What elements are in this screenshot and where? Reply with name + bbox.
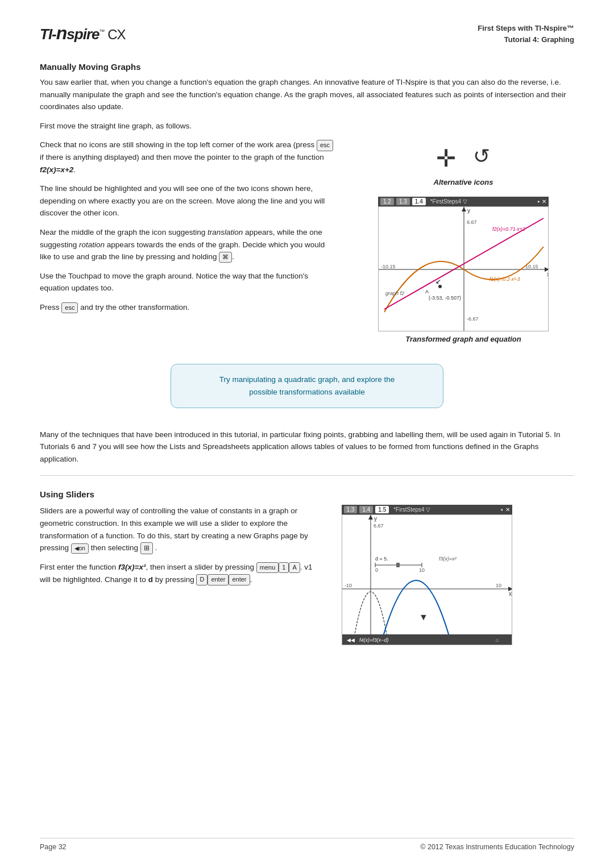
graph2-svg-container: y x 6.67 -10 10 d = 5. — [342, 514, 512, 645]
translation-word: translation — [208, 228, 243, 236]
graph2-toolbar: 1.3 1.4 1.5 *FirstSteps4 ▽ ▪ ✕ — [342, 505, 512, 514]
graph1-icons: ▪ ✕ — [537, 198, 546, 205]
func-f3: f3(x)=x² — [118, 563, 146, 571]
section2-para1: Sliders are a powerful way of controllin… — [40, 505, 325, 554]
tab-14: 1.4 — [412, 198, 426, 205]
graph1-svg-container: x y 6.67 -6.67 -10.15 10.15 — [378, 206, 549, 331]
callout-wrapper: Try manipulating a quadratic graph, and … — [40, 352, 574, 419]
sliders-two-col: Sliders are a powerful way of controllin… — [40, 505, 574, 645]
graph2-icons: ▪ ✕ — [501, 506, 510, 513]
header-right: First Steps with TI-Nspire™ Tutorial 4: … — [478, 23, 574, 45]
graph1-icon-x: ✕ — [542, 198, 546, 205]
section1-para1: You saw earlier that, when you change a … — [40, 76, 574, 113]
logo-cx: CX — [104, 27, 125, 42]
svg-text:f3(x)=x²: f3(x)=x² — [439, 556, 457, 562]
svg-text:-10: -10 — [345, 583, 352, 588]
logo-n: n — [56, 23, 67, 43]
key-enter2: enter — [229, 574, 250, 585]
section-manually-moving: Manually Moving Graphs You saw earlier t… — [40, 62, 574, 343]
svg-text:d = 5.: d = 5. — [375, 556, 388, 562]
rotate-icon: ↺ — [473, 144, 490, 172]
section1-para4: The line should be highlighted and you w… — [40, 182, 335, 219]
svg-text:graph f2: graph f2 — [385, 290, 404, 296]
svg-text:◀◀: ◀◀ — [347, 637, 355, 643]
svg-text:6.67: 6.67 — [374, 523, 384, 529]
tab-12: 1.2 — [380, 198, 394, 205]
svg-text:6.67: 6.67 — [467, 219, 477, 225]
section-using-sliders: Using Sliders Sliders are a powerful way… — [40, 489, 574, 645]
graph2-icon-x: ✕ — [505, 506, 510, 513]
graph1-title: *FirstSteps4 ▽ — [430, 198, 467, 205]
middle-para: Many of the techniques that have been in… — [40, 429, 574, 466]
svg-text:▼: ▼ — [419, 612, 428, 622]
svg-text:x: x — [509, 591, 512, 597]
alt-icons-label: Alternative icons — [434, 178, 493, 186]
svg-text:-10.15: -10.15 — [381, 264, 396, 269]
footer-copyright: © 2012 Texas Instruments Education Techn… — [420, 843, 574, 851]
footer: Page 32 © 2012 Texas Instruments Educati… — [40, 838, 574, 851]
svg-text:y: y — [374, 516, 377, 522]
header-title2: Tutorial 4: Graphing — [478, 34, 574, 45]
two-col-layout: Check that no icons are still showing in… — [40, 139, 574, 343]
graph1-icon-battery: ▪ — [537, 198, 540, 205]
svg-text:y: y — [467, 207, 470, 214]
tab2-14: 1.4 — [359, 506, 373, 513]
col-right-images: ✛ ↺ Alternative icons 1.2 1.3 1.4 *First… — [352, 139, 574, 343]
header-title1: First Steps with TI-Nspire™ — [478, 23, 574, 34]
page: TI-nspire™ CX First Steps with TI-Nspire… — [0, 0, 614, 868]
menu-key: menu — [256, 562, 279, 573]
svg-text:f1(x)=0.2·x²-3: f1(x)=0.2·x²-3 — [489, 276, 520, 282]
section1-para5: Near the middle of the graph the icon su… — [40, 226, 335, 263]
d-letter: d — [148, 575, 153, 584]
section1-para7: Press esc and try the other transformati… — [40, 301, 335, 314]
graph2-container: 1.3 1.4 1.5 *FirstSteps4 ▽ ▪ ✕ — [342, 505, 512, 645]
graph1-caption: Transformed graph and equation — [378, 335, 549, 343]
func-f2: f2(x)=x+2 — [40, 165, 73, 174]
esc-key-1: esc — [317, 140, 333, 151]
graph1-container: 1.2 1.3 1.4 *FirstSteps4 ▽ ▪ ✕ — [378, 197, 549, 343]
footer-page: Page 32 — [40, 843, 67, 851]
grab-key: ⌘ — [219, 252, 232, 263]
svg-text:10: 10 — [419, 567, 425, 573]
tab2-15: 1.5 — [375, 506, 389, 513]
section1-para6: Use the Touchpad to move the graph aroun… — [40, 270, 335, 294]
section1-para3: Check that no icons are still showing in… — [40, 139, 335, 176]
section2-para2: First enter the function f3(x)=x², then … — [40, 561, 325, 585]
section2-title: Using Sliders — [40, 489, 574, 499]
svg-text:10: 10 — [496, 583, 501, 588]
svg-text:x: x — [547, 271, 549, 277]
svg-text:↙: ↙ — [435, 277, 441, 285]
graph2-title: *FirstSteps4 ▽ — [393, 506, 430, 513]
graph1-svg: x y 6.67 -6.67 -10.15 10.15 — [379, 207, 549, 331]
sliders-right: 1.3 1.4 1.5 *FirstSteps4 ▽ ▪ ✕ — [342, 505, 575, 645]
then-selecting: then selecting — [89, 543, 140, 552]
move-icon: ✛ — [436, 144, 456, 172]
logo-ti: TI- — [40, 26, 56, 43]
esc-key-2: esc — [61, 302, 78, 313]
callout-text: Try manipulating a quadratic graph, and … — [219, 375, 395, 396]
graph2-svg: y x 6.67 -10 10 d = 5. — [342, 515, 512, 645]
key-d: D — [196, 574, 208, 585]
divider — [40, 475, 574, 476]
tab2-13: 1.3 — [344, 506, 358, 513]
svg-text:⌂: ⌂ — [496, 637, 499, 643]
key-a: A — [289, 562, 300, 573]
alt-icons-row: ✛ ↺ — [436, 144, 490, 172]
svg-text:f4(x)=f3(x−d): f4(x)=f3(x−d) — [359, 637, 389, 643]
rotation-word: rotation — [79, 240, 105, 249]
svg-text:0: 0 — [375, 567, 378, 573]
svg-text:A: A — [425, 289, 429, 294]
svg-text:(-3.53, -0.507): (-3.53, -0.507) — [429, 295, 461, 301]
grid-key: ⊞ — [140, 542, 153, 554]
svg-text:f2(x)=0.71·x+2: f2(x)=0.71·x+2 — [492, 226, 525, 232]
col-left-text: Check that no icons are still showing in… — [40, 139, 335, 343]
logo-spire: spire — [67, 26, 99, 43]
sliders-left: Sliders are a powerful way of controllin… — [40, 505, 325, 645]
svg-text:-6.67: -6.67 — [467, 316, 479, 322]
svg-rect-21 — [342, 515, 512, 645]
logo: TI-nspire™ CX — [40, 23, 125, 44]
alt-icons-area: ✛ ↺ Alternative icons — [434, 144, 493, 186]
key-enter1: enter — [208, 574, 229, 585]
section1-para2: First move the straight line graph, as f… — [40, 120, 574, 132]
graph2-icon-battery: ▪ — [501, 506, 503, 513]
